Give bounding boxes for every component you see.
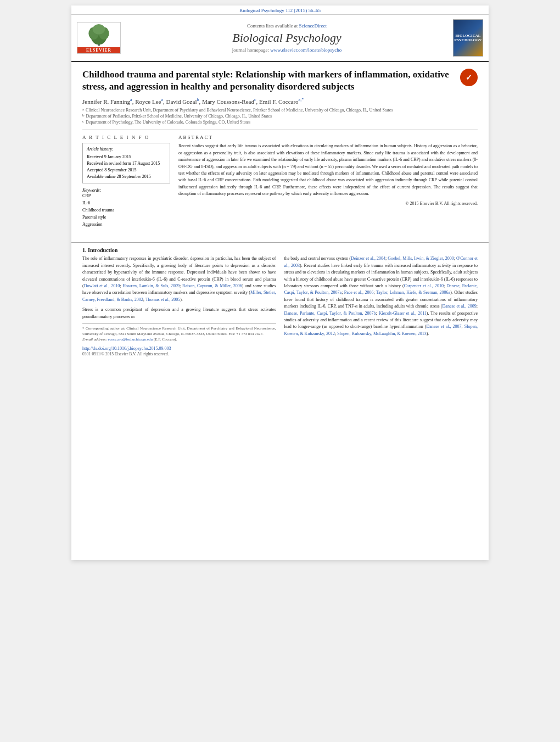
ref-slopen-2013[interactable]: Slopen, Kubzansky, McLaughlin, & Koenen,… [337, 331, 426, 336]
body-two-columns: The role of inflammatory responses in ps… [82, 255, 478, 358]
keyword-crp: CRP [82, 193, 170, 200]
body-para-2: Stress is a common precipitant of depres… [82, 306, 276, 320]
article-history-block: Article history: Received 9 January 2015… [82, 143, 170, 183]
ref-danese-2007b[interactable]: Danese, Parlante, Caspi, Taylor, & Poult… [284, 311, 376, 316]
body-col-right: the body and central nervous system (Dei… [284, 255, 478, 358]
rights-line: 0301-0511/© 2015 Elsevier B.V. All right… [82, 352, 276, 358]
journal-cover: BIOLOGICAL PSYCHOLOGY [453, 19, 483, 57]
accepted-date: Accepted 8 September 2015 [87, 167, 166, 174]
article-page: Biological Psychology 112 (2015) 56–65 E… [71, 5, 489, 560]
journal-name-section: Contents lists available at ScienceDirec… [121, 23, 453, 53]
email-name: (E.F. Coccaro). [154, 337, 177, 342]
elsevier-tree-icon [82, 24, 115, 47]
section-divider [71, 242, 489, 243]
footnote-text: * Corresponding author at: Clinical Neur… [82, 326, 276, 337]
body-col-left: The role of inflammatory responses in ps… [82, 255, 276, 358]
doi-link[interactable]: http://dx.doi.org/10.1016/j.biopsycho.20… [82, 346, 171, 351]
author-gozal: David Gozalb [166, 98, 199, 105]
body-section: 1. Introduction The role of inflammatory… [71, 247, 489, 363]
journal-reference-bar: Biological Psychology 112 (2015) 56–65 [71, 5, 489, 15]
elsevier-label: ELSEVIER [77, 47, 120, 53]
ref-pace[interactable]: Pace et al., 2006 [344, 290, 374, 295]
cover-title: BIOLOGICAL PSYCHOLOGY [455, 34, 482, 43]
abstract-column: ABSTRACT Recent studies suggest that ear… [178, 135, 478, 228]
homepage-link[interactable]: www.elsevier.com/locate/biopsycho [270, 47, 341, 53]
keyword-il6: IL-6 [82, 200, 170, 207]
ref-deinzer[interactable]: Deinzer et al., 2004 [351, 256, 385, 261]
ref-goebel[interactable]: Goebel, Mills, Irwin, & Ziegler, 2000 [388, 256, 453, 261]
affiliations: a Clinical Neuroscience Research Unit, D… [82, 107, 478, 126]
ref-dowlati[interactable]: Dowlati et al., 2010 [84, 283, 120, 288]
ref-danese-2009[interactable]: Danese et al., 2009 [443, 304, 477, 309]
keyword-parental-style: Parental style [82, 214, 170, 221]
article-title-section: Childhood trauma and parental style: Rel… [82, 69, 478, 93]
keywords-block: Keywords: CRP IL-6 Childhood trauma Pare… [82, 188, 170, 228]
ref-howren[interactable]: Howren, Lamkin, & Suls, 2009 [122, 283, 180, 288]
article-info-abstract-section: A R T I C L E I N F O Article history: R… [82, 130, 478, 228]
keywords-label: Keywords: [82, 188, 170, 193]
affil-c: c Department of Psychology, The Universi… [82, 119, 478, 125]
ref-taylor[interactable]: Taylor, Lehman, Kiefe, & Seeman, 2006a [376, 290, 450, 295]
ref-thomas[interactable]: Thomas et al., 2005 [145, 297, 180, 302]
sciencedirect-link: Contents lists available at ScienceDirec… [126, 23, 447, 29]
affil-b: b Department of Pediatrics, Pritzker Sch… [82, 113, 478, 119]
revised-date: Received in revised form 17 August 2015 [87, 160, 166, 167]
journal-title: Biological Psychology [126, 31, 447, 45]
crossmark-badge: ✓ [460, 69, 478, 86]
svg-text:✓: ✓ [466, 74, 472, 82]
ref-raison[interactable]: Raison, Capuron, & Miller, 2006 [182, 283, 242, 288]
sciencedirect-anchor[interactable]: ScienceDirect [299, 23, 327, 29]
author-fanning: Jennifer R. Fanninga [82, 98, 132, 105]
section-1-heading: 1. Introduction [82, 247, 478, 253]
article-title: Childhood trauma and parental style: Rel… [82, 69, 455, 93]
abstract-text: Recent studies suggest that early life t… [178, 143, 478, 197]
email-label: E-mail address: [82, 337, 107, 342]
author-lee: Royce Leea [135, 98, 163, 105]
email-link[interactable]: ecocc.aro@bsd.uchicago.edu [108, 337, 153, 342]
article-info-column: A R T I C L E I N F O Article history: R… [82, 135, 170, 228]
journal-header: ELSEVIER Contents lists available at Sci… [71, 15, 489, 62]
body-para-1: The role of inflammatory responses in ps… [82, 255, 276, 303]
doi-line: http://dx.doi.org/10.1016/j.biopsycho.20… [82, 345, 276, 352]
ref-danese-2007[interactable]: Danese et al., 2007 [426, 324, 461, 329]
journal-ref: Biological Psychology 112 (2015) 56–65 [239, 8, 321, 13]
history-label: Article history: [87, 146, 166, 153]
ref-carpenter[interactable]: Carpenter et al., 2010 [404, 283, 444, 288]
journal-homepage: journal homepage: www.elsevier.com/locat… [126, 47, 447, 53]
article-content: Childhood trauma and parental style: Rel… [71, 62, 489, 238]
abstract-header: ABSTRACT [178, 135, 478, 140]
author-coussons: Mary Coussons-Readc [202, 98, 256, 105]
affil-a: a Clinical Neuroscience Research Unit, D… [82, 107, 478, 113]
svg-point-4 [93, 24, 105, 35]
available-date: Available online 28 September 2015 [87, 174, 166, 180]
keyword-aggression: Aggression [82, 221, 170, 228]
received-date: Received 9 January 2015 [87, 154, 166, 160]
body-para-right-1: the body and central nervous system (Dei… [284, 255, 478, 337]
elsevier-logo: ELSEVIER [77, 22, 121, 54]
ref-kiecolt[interactable]: Kiecolt-Glaser et al., 2011 [379, 311, 427, 316]
keyword-childhood-trauma: Childhood trauma [82, 207, 170, 214]
footnote-section: * Corresponding author at: Clinical Neur… [82, 323, 276, 358]
crossmark-icon: ✓ [461, 69, 477, 86]
authors-line: Jennifer R. Fanninga, Royce Leea, David … [82, 97, 478, 105]
article-info-header: A R T I C L E I N F O [82, 135, 170, 140]
author-coccaro: Emil F. Coccaroa,* [259, 98, 304, 105]
email-line: E-mail address: ecocc.aro@bsd.uchicago.e… [82, 337, 276, 343]
copyright-line: © 2015 Elsevier B.V. All rights reserved… [178, 201, 478, 206]
